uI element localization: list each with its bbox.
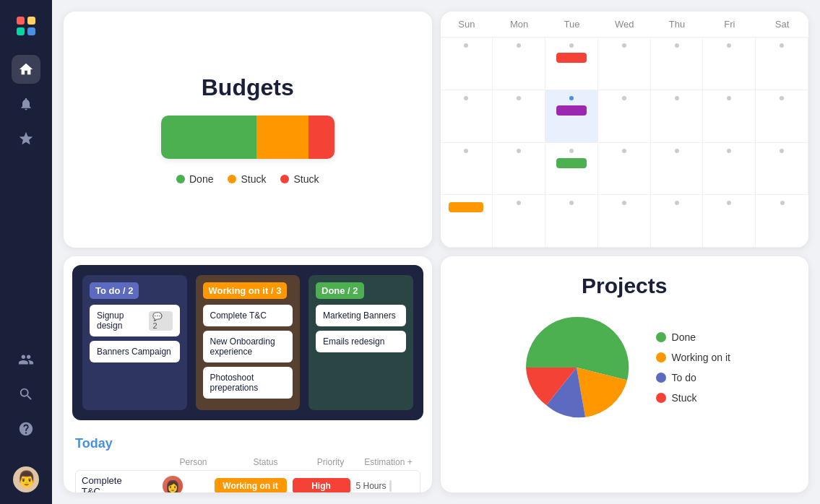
budget-bar-stuck-orange <box>256 116 308 159</box>
kanban-item-badge: 💬 2 <box>149 311 172 331</box>
cal-dot <box>780 43 784 48</box>
budget-bar-stuck-red <box>308 116 335 159</box>
cal-dot <box>622 96 626 100</box>
estimation-col: 5 Hours <box>356 480 414 492</box>
budgets-title: Budgets <box>202 74 294 101</box>
cal-cell-0-6[interactable] <box>756 38 808 90</box>
status-badge: Working on it <box>215 478 287 492</box>
proj-legend-dot-todo <box>656 373 666 383</box>
pie-chart <box>519 310 634 425</box>
proj-legend-done: Done <box>656 331 730 343</box>
budget-legend: Done Stuck Stuck <box>176 173 319 185</box>
calendar-card: Sun Mon Tue Wed Thu Fri Sat <box>441 12 809 248</box>
cal-cell-2-0[interactable] <box>441 143 493 196</box>
today-task-name: Complete T&C <box>82 475 131 492</box>
cal-cell-2-1[interactable] <box>493 143 545 196</box>
cal-cell-3-0[interactable] <box>441 195 493 248</box>
cal-day-tue: Tue <box>545 12 598 37</box>
logo-dot-green <box>17 27 25 35</box>
estimation-value: 5 Hours <box>356 481 387 491</box>
logo-dot-yellow <box>27 17 35 25</box>
sidebar-item-bell[interactable] <box>12 90 40 118</box>
kanban-item-onboarding[interactable]: New Onboarding experience <box>203 331 293 362</box>
cal-dot <box>517 201 521 205</box>
proj-legend-label-todo: To do <box>672 372 696 383</box>
sidebar-item-team[interactable] <box>12 345 40 374</box>
kanban-item-photoshoot[interactable]: Photoshoot preperations <box>203 367 293 399</box>
logo-dot-red <box>17 17 25 25</box>
proj-legend-todo: To do <box>656 372 730 383</box>
today-table-header: Person Status Priority Estimation + <box>75 457 420 467</box>
cal-event-orange <box>449 202 483 212</box>
cal-cell-0-5[interactable] <box>703 38 756 90</box>
logo[interactable] <box>12 12 40 40</box>
today-row[interactable]: Complete T&C 👩 Working on it High 5 Hour… <box>75 470 420 492</box>
cal-cell-3-3[interactable] <box>598 195 651 248</box>
cal-cell-0-0[interactable] <box>441 38 493 90</box>
sidebar-item-search[interactable] <box>12 380 40 409</box>
projects-legend: Done Working on it To do Stuck <box>656 331 730 404</box>
projects-content: Done Working on it To do Stuck <box>458 310 792 425</box>
kanban-col-working-header: Working on it / 3 <box>203 282 288 299</box>
cal-cell-0-1[interactable] <box>493 38 545 90</box>
kanban-card: To do / 2 Signup design 💬 2 Banners Camp… <box>64 256 432 492</box>
calendar-grid: Sun Mon Tue Wed Thu Fri Sat <box>441 12 809 248</box>
cal-cell-2-2[interactable] <box>545 143 598 196</box>
cal-cell-2-3[interactable] <box>598 143 651 196</box>
cal-cell-0-4[interactable] <box>651 38 704 90</box>
budgets-card: Budgets Done Stuck Stuck <box>64 12 432 248</box>
cal-cell-1-3[interactable] <box>598 90 651 143</box>
cal-cell-3-2[interactable] <box>545 195 598 248</box>
sidebar-item-star[interactable] <box>12 124 40 153</box>
calendar-header: Sun Mon Tue Wed Thu Fri Sat <box>441 12 809 38</box>
cal-dot <box>622 149 626 153</box>
user-avatar[interactable]: 👨 <box>13 466 39 492</box>
proj-legend-dot-stuck <box>656 393 666 403</box>
cal-cell-3-5[interactable] <box>703 195 756 248</box>
kanban-item-signup[interactable]: Signup design 💬 2 <box>90 305 180 336</box>
kanban-item-marketing[interactable]: Marketing Banners <box>316 305 406 326</box>
cal-dot <box>727 96 731 100</box>
sidebar-item-help[interactable] <box>12 414 40 443</box>
kanban-item-banners[interactable]: Banners Campaign <box>90 341 180 362</box>
cal-cell-1-1[interactable] <box>493 90 545 143</box>
cal-dot <box>464 96 468 100</box>
sidebar-item-home[interactable] <box>12 55 40 84</box>
cal-event-red <box>556 53 587 63</box>
cal-dot <box>464 149 468 153</box>
cal-dot <box>517 43 521 48</box>
cal-cell-3-4[interactable] <box>651 195 704 248</box>
cal-cell-1-2[interactable] <box>545 90 598 143</box>
sidebar: 👨 <box>0 0 52 504</box>
cal-cell-0-2[interactable] <box>545 38 598 90</box>
today-col-task <box>78 457 157 467</box>
cal-dot <box>780 201 785 205</box>
kanban-item-emails[interactable]: Emails redesign <box>316 331 406 352</box>
kanban-item-complete-tc[interactable]: Complete T&C <box>203 305 293 326</box>
cal-cell-0-3[interactable] <box>598 38 651 90</box>
cal-cell-1-0[interactable] <box>441 90 493 143</box>
kanban-col-working: Working on it / 3 Complete T&C New Onboa… <box>196 275 301 410</box>
proj-legend-label-done: Done <box>672 331 696 343</box>
legend-dot-stuck-orange <box>228 175 236 183</box>
legend-label-done: Done <box>189 173 213 185</box>
legend-item-done: Done <box>176 173 213 185</box>
today-col-status: Status <box>230 457 302 467</box>
cal-cell-3-1[interactable] <box>493 195 545 248</box>
calendar-body <box>441 38 809 248</box>
cal-day-mon: Mon <box>493 12 545 37</box>
cal-dot <box>517 149 521 153</box>
kanban-item-text: Photoshoot preperations <box>210 373 286 393</box>
kanban-item-text: Marketing Banners <box>323 310 396 321</box>
cal-cell-2-4[interactable] <box>651 143 704 196</box>
cal-cell-2-5[interactable] <box>703 143 756 196</box>
cal-cell-1-5[interactable] <box>703 90 756 143</box>
legend-dot-done <box>176 175 185 183</box>
cal-cell-1-4[interactable] <box>651 90 704 143</box>
proj-legend-stuck: Stuck <box>656 392 730 404</box>
cal-cell-3-6[interactable] <box>756 195 808 248</box>
cal-cell-1-6[interactable] <box>756 90 808 143</box>
kanban-item-text: Signup design <box>97 310 149 331</box>
projects-card: Projects Done <box>441 256 809 492</box>
cal-cell-2-6[interactable] <box>756 143 808 196</box>
